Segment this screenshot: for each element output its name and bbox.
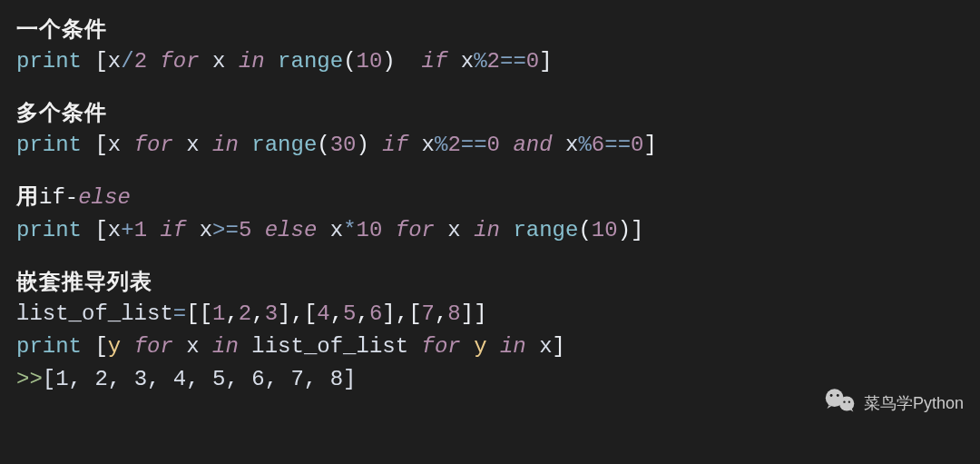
code-token — [121, 133, 133, 157]
code-token: if — [382, 133, 408, 157]
code-token: ] — [553, 334, 565, 359]
code-token: = — [173, 301, 186, 326]
code-token: ( — [343, 49, 356, 74]
code-section: 一个条件print [x/2 for x in range(10) if x%2… — [16, 13, 964, 78]
code-token: x — [108, 218, 121, 242]
heading-text: 多个条件 — [16, 100, 107, 124]
code-token — [121, 334, 133, 359]
code-token: == — [461, 133, 487, 157]
svg-point-5 — [848, 401, 850, 403]
code-token: and — [513, 133, 552, 157]
code-token: == — [604, 133, 631, 157]
svg-point-1 — [839, 396, 854, 410]
code-token: >= — [212, 218, 239, 242]
code-token: 1 — [212, 301, 225, 326]
code-section: 嵌套推导列表list_of_list=[[1,2,3],[4,5,6],[7,8… — [16, 265, 964, 396]
code-token: x — [108, 133, 121, 157]
code-token — [239, 133, 251, 157]
code-token: 2 — [134, 49, 147, 74]
code-token: ) — [357, 133, 369, 157]
code-token: ) — [618, 218, 631, 242]
code-token: print — [16, 334, 94, 359]
code-token: ],[ — [382, 301, 421, 326]
section-heading: 用if-else — [16, 180, 964, 214]
code-token: , — [330, 301, 343, 326]
code-line: print [x/2 for x in range(10) if x%2==0] — [16, 45, 964, 78]
code-token: 6 — [369, 301, 382, 326]
code-token: 0 — [487, 133, 500, 157]
code-document: 一个条件print [x/2 for x in range(10) if x%2… — [16, 13, 964, 396]
section-heading: 多个条件 — [16, 96, 964, 129]
code-token: , — [251, 301, 264, 326]
code-token — [396, 49, 422, 74]
code-token: x — [186, 218, 212, 242]
code-token: for — [422, 334, 461, 359]
svg-point-4 — [843, 401, 845, 403]
code-token: if — [422, 49, 448, 74]
section-heading: 嵌套推导列表 — [16, 265, 964, 298]
wechat-icon — [824, 386, 857, 420]
code-token: % — [578, 133, 591, 157]
code-token: ]] — [461, 301, 487, 326]
code-token: range — [278, 49, 343, 74]
code-token: 8 — [447, 301, 460, 326]
code-token: x — [173, 133, 212, 157]
code-token: x — [108, 49, 121, 74]
code-token: ] — [643, 133, 656, 157]
code-token: 5 — [343, 301, 356, 326]
code-token: list_of_list — [239, 334, 422, 359]
code-token: for — [160, 49, 199, 74]
code-token: x — [447, 49, 474, 74]
code-section: 多个条件print [x for x in range(30) if x%2==… — [16, 96, 964, 162]
heading-text: 嵌套推导列表 — [16, 269, 152, 293]
code-token: in — [474, 218, 500, 242]
code-token: x — [200, 49, 239, 74]
code-token: 0 — [526, 49, 539, 74]
code-line: >>[1, 2, 3, 4, 5, 6, 7, 8] — [16, 363, 964, 396]
svg-point-2 — [830, 394, 833, 397]
code-token: 10 — [592, 218, 618, 242]
code-token — [382, 218, 395, 242]
code-token: for — [134, 334, 173, 359]
code-token: [ — [94, 334, 107, 359]
code-token: in — [239, 49, 265, 74]
watermark-text: 菜鸟学Python — [864, 391, 964, 416]
code-token: , — [435, 301, 447, 326]
code-token: x — [408, 133, 435, 157]
code-token: % — [474, 49, 486, 74]
code-token: y — [461, 334, 500, 359]
code-token: ],[ — [278, 301, 317, 326]
code-token: , — [357, 301, 369, 326]
code-token: , — [225, 301, 238, 326]
code-token: / — [121, 49, 133, 74]
code-section: 用if-elseprint [x+1 if x>=5 else x*10 for… — [16, 180, 964, 247]
code-token: if — [160, 218, 186, 242]
svg-point-3 — [837, 394, 839, 397]
code-token — [369, 133, 382, 157]
code-token: 3 — [265, 301, 278, 326]
heading-inline-code: if- — [39, 185, 78, 210]
code-token: 30 — [330, 133, 357, 157]
code-token: for — [396, 218, 435, 242]
code-token: x — [526, 334, 553, 359]
code-token: range — [513, 218, 578, 242]
code-token — [265, 49, 278, 74]
code-token — [500, 218, 513, 242]
code-token — [147, 218, 160, 242]
code-token: print — [16, 218, 94, 242]
code-line: print [x+1 if x>=5 else x*10 for x in ra… — [16, 214, 964, 247]
code-token: x — [435, 218, 474, 242]
heading-inline-keyword: else — [78, 185, 131, 210]
code-token: else — [265, 218, 318, 242]
heading-text: 一个条件 — [16, 16, 107, 41]
code-token: in — [212, 133, 239, 157]
watermark: 菜鸟学Python — [824, 386, 964, 420]
code-token: % — [435, 133, 447, 157]
code-token: * — [343, 218, 356, 242]
code-token: 10 — [357, 218, 383, 242]
code-token: 0 — [631, 133, 643, 157]
code-token: ] — [631, 218, 643, 242]
code-token: y — [108, 334, 121, 359]
code-token: 10 — [357, 49, 383, 74]
code-token: 5 — [239, 218, 251, 242]
